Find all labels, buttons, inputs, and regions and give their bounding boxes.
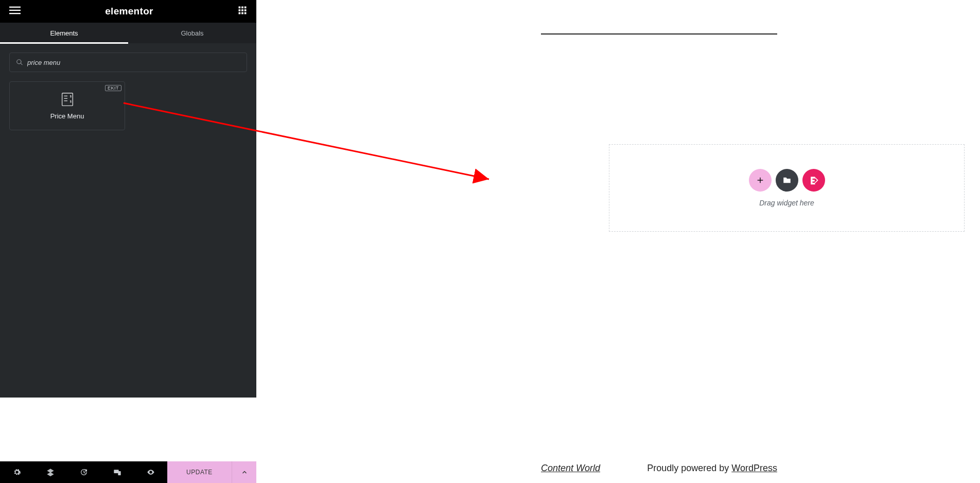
tab-elements[interactable]: Elements xyxy=(0,23,128,43)
svg-rect-5 xyxy=(244,7,247,9)
settings-button[interactable] xyxy=(0,461,33,483)
panel-tabs: Elements Globals xyxy=(0,23,256,43)
svg-text:$: $ xyxy=(69,100,72,103)
eye-icon xyxy=(147,468,155,476)
panel-title: elementor xyxy=(105,6,153,17)
svg-rect-8 xyxy=(244,9,247,11)
svg-rect-3 xyxy=(238,7,240,9)
powered-by-prefix: Proudly powered by xyxy=(647,463,731,473)
site-footer: Content World Proudly powered by WordPre… xyxy=(541,463,777,474)
svg-text:$: $ xyxy=(69,95,72,98)
template-library-button[interactable] xyxy=(776,169,798,192)
widget-badge: EKIT xyxy=(105,85,121,91)
elementor-panel: elementor Elements Globals EKIT $$ Price… xyxy=(0,0,256,398)
widget-price-menu[interactable]: EKIT $$ Price Menu xyxy=(9,81,125,130)
preview-button[interactable] xyxy=(134,461,167,483)
search-wrap xyxy=(0,43,256,81)
dropzone-buttons xyxy=(749,169,825,192)
tab-globals[interactable]: Globals xyxy=(128,23,256,43)
svg-rect-1 xyxy=(9,10,21,11)
history-icon xyxy=(80,468,88,476)
devices-icon xyxy=(113,468,121,476)
search-field[interactable] xyxy=(9,53,247,72)
ekit-templates-button[interactable] xyxy=(802,169,825,192)
editor-canvas: Drag widget here Content World Proudly p… xyxy=(256,0,980,483)
svg-rect-10 xyxy=(241,12,243,14)
add-section-button[interactable] xyxy=(749,169,772,192)
svg-rect-6 xyxy=(238,9,240,11)
svg-rect-11 xyxy=(244,12,247,14)
widget-list: EKIT $$ Price Menu xyxy=(0,81,256,130)
update-button[interactable]: UPDATE xyxy=(167,461,232,483)
panel-header: elementor xyxy=(0,0,256,23)
ekit-icon xyxy=(809,175,819,185)
gear-icon xyxy=(13,468,21,476)
update-options-button[interactable] xyxy=(232,461,256,483)
svg-rect-9 xyxy=(238,12,240,14)
svg-rect-2 xyxy=(9,13,21,14)
svg-rect-4 xyxy=(241,7,243,9)
drop-zone[interactable]: Drag widget here xyxy=(609,144,965,232)
responsive-button[interactable] xyxy=(100,461,134,483)
plus-icon xyxy=(756,176,764,184)
apps-grid-icon[interactable] xyxy=(238,6,247,17)
search-input[interactable] xyxy=(27,59,240,66)
folder-icon xyxy=(782,176,792,185)
site-title-link[interactable]: Content World xyxy=(541,463,600,474)
widget-label: Price Menu xyxy=(50,112,84,120)
wordpress-link[interactable]: WordPress xyxy=(731,463,777,473)
svg-rect-0 xyxy=(9,7,21,8)
price-menu-icon: $$ xyxy=(60,92,75,107)
search-icon xyxy=(16,59,23,66)
svg-rect-7 xyxy=(241,9,243,11)
divider-line xyxy=(541,33,777,34)
panel-footer: UPDATE xyxy=(0,461,256,483)
powered-by-text: Proudly powered by WordPress xyxy=(647,463,777,474)
layers-icon xyxy=(46,468,55,476)
history-button[interactable] xyxy=(67,461,100,483)
chevron-up-icon xyxy=(241,469,248,475)
hamburger-menu-icon[interactable] xyxy=(9,5,21,18)
dropzone-hint: Drag widget here xyxy=(759,199,814,207)
navigator-button[interactable] xyxy=(33,461,67,483)
svg-rect-19 xyxy=(118,471,120,475)
svg-rect-18 xyxy=(114,470,118,473)
